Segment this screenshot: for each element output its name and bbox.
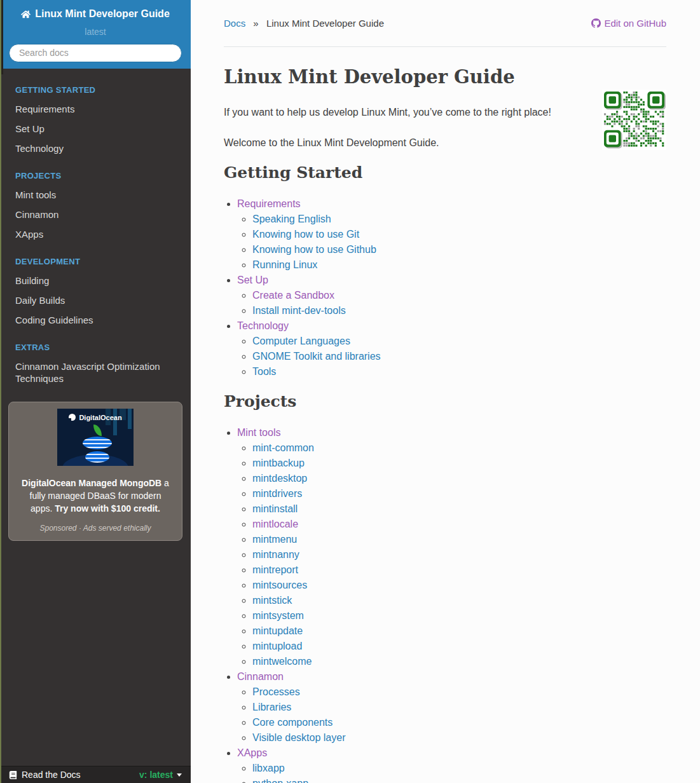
toc-link-knowing-how-to-use-github[interactable]: Knowing how to use Github xyxy=(252,244,376,255)
toc-link-mintsystem[interactable]: mintsystem xyxy=(252,610,304,621)
toc-link-create-a-sandbox[interactable]: Create a Sandbox xyxy=(252,290,334,301)
list-item: XAppslibxapppython-xapp xyxy=(237,746,666,783)
list-item: mintupload xyxy=(252,639,666,654)
breadcrumb: Docs » Linux Mint Developer Guide xyxy=(224,18,384,29)
list-item: Core components xyxy=(252,715,666,730)
toc-link-python-xapp[interactable]: python-xapp xyxy=(252,778,308,783)
breadcrumb-current: Linux Mint Developer Guide xyxy=(266,18,384,29)
sidebar-item-cinnamon[interactable]: Cinnamon xyxy=(0,205,191,224)
toc-link-knowing-how-to-use-git[interactable]: Knowing how to use Git xyxy=(252,229,359,240)
page-root: Linux Mint Developer Guide latest GETTIN… xyxy=(0,0,700,783)
breadcrumb-separator: » xyxy=(253,18,258,29)
list-item: Speaking English xyxy=(252,212,666,227)
ad-text-bold: Try now with $100 credit. xyxy=(55,503,160,514)
readthedocs-label: Read the Docs xyxy=(22,770,81,780)
nav-section-caption: DEVELOPMENT xyxy=(0,257,191,266)
toc-list: RequirementsSpeaking EnglishKnowing how … xyxy=(224,196,666,379)
toc-link-mint-common[interactable]: mint-common xyxy=(252,442,314,453)
ad-card[interactable]: DigitalOcean DigitalOcean Managed MongoD… xyxy=(8,402,182,541)
sidebar-item-set-up[interactable]: Set Up xyxy=(0,119,191,139)
toc-link-technology[interactable]: Technology xyxy=(237,320,289,331)
toc-link-processes[interactable]: Processes xyxy=(252,686,300,697)
list-item: mintstick xyxy=(252,593,666,608)
version-switcher-label: v: latest xyxy=(139,770,173,780)
toc-link-mintsources[interactable]: mintsources xyxy=(252,580,307,590)
toc-projects: Mint toolsmint-commonmintbackupmintdeskt… xyxy=(224,425,666,783)
edit-on-github-label: Edit on GitHub xyxy=(604,18,666,29)
sidebar: Linux Mint Developer Guide latest GETTIN… xyxy=(0,0,191,783)
toc-link-cinnamon[interactable]: Cinnamon xyxy=(237,671,284,682)
toc-link-mintinstall[interactable]: mintinstall xyxy=(252,503,298,514)
toc-link-speaking-english[interactable]: Speaking English xyxy=(252,214,331,224)
edit-on-github-link[interactable]: Edit on GitHub xyxy=(591,18,666,29)
list-item: Mint tools xyxy=(0,185,191,205)
readthedocs-link[interactable]: Read the Docs xyxy=(9,770,81,780)
toc-link-install-mint-dev-tools[interactable]: Install mint-dev-tools xyxy=(252,305,346,316)
toc-list: Speaking EnglishKnowing how to use GitKn… xyxy=(237,212,666,273)
toc-link-mintreport[interactable]: mintreport xyxy=(252,564,298,575)
toc-link-visible-desktop-layer[interactable]: Visible desktop layer xyxy=(252,732,345,743)
toc-link-mintdrivers[interactable]: mintdrivers xyxy=(252,488,302,499)
list-item: Daily Builds xyxy=(0,290,191,310)
list-item: GNOME Toolkit and libraries xyxy=(252,349,666,364)
list-item: mintdesktop xyxy=(252,471,666,486)
welcome-paragraph: Welcome to the Linux Mint Development Gu… xyxy=(224,135,666,151)
version-switcher[interactable]: v: latest xyxy=(139,770,182,780)
toc-link-libraries[interactable]: Libraries xyxy=(252,702,291,712)
sidebar-item-building[interactable]: Building xyxy=(0,271,191,290)
toc-link-mintmenu[interactable]: mintmenu xyxy=(252,534,297,545)
list-item: Knowing how to use Github xyxy=(252,242,666,257)
toc-link-mintbackup[interactable]: mintbackup xyxy=(252,458,305,468)
nav-section-caption: PROJECTS xyxy=(0,171,191,180)
toc-link-core-components[interactable]: Core components xyxy=(252,717,333,728)
toc-link-mintdesktop[interactable]: mintdesktop xyxy=(252,473,307,484)
list-item: Set Up xyxy=(0,119,191,139)
database-cylinder-illustration xyxy=(85,451,109,463)
toc-link-computer-languages[interactable]: Computer Languages xyxy=(252,336,350,346)
toc-link-xapps[interactable]: XApps xyxy=(237,747,267,758)
list-item: TechnologyComputer LanguagesGNOME Toolki… xyxy=(237,318,666,379)
database-cylinder-illustration xyxy=(83,437,112,449)
list-item: Create a Sandbox xyxy=(252,288,666,303)
list-item: Running Linux xyxy=(252,257,666,273)
nav-section-list: RequirementsSet UpTechnology xyxy=(0,99,191,158)
list-item: mintsystem xyxy=(252,608,666,623)
toc-link-requirements[interactable]: Requirements xyxy=(237,198,301,209)
toc-list: Mint toolsmint-commonmintbackupmintdeskt… xyxy=(224,425,666,783)
search-input[interactable] xyxy=(9,44,182,62)
toc-link-mintnanny[interactable]: mintnanny xyxy=(252,549,299,560)
breadcrumb-docs-link[interactable]: Docs xyxy=(224,18,245,29)
toc-link-mintlocale[interactable]: mintlocale xyxy=(252,519,298,529)
toc-link-running-linux[interactable]: Running Linux xyxy=(252,259,317,270)
toc-link-mint-tools[interactable]: Mint tools xyxy=(237,427,280,438)
list-item: mintdrivers xyxy=(252,486,666,501)
sidebar-item-technology[interactable]: Technology xyxy=(0,139,191,158)
sidebar-item-coding-guidelines[interactable]: Coding Guidelines xyxy=(0,310,191,330)
sidebar-item-xapps[interactable]: XApps xyxy=(0,224,191,244)
list-item: RequirementsSpeaking EnglishKnowing how … xyxy=(237,196,666,273)
sidebar-item-requirements[interactable]: Requirements xyxy=(0,99,191,119)
toc-link-mintwelcome[interactable]: mintwelcome xyxy=(252,656,312,667)
toc-link-gnome-toolkit-and-libraries[interactable]: GNOME Toolkit and libraries xyxy=(252,351,381,362)
toc-link-mintstick[interactable]: mintstick xyxy=(252,595,292,606)
list-item: python-xapp xyxy=(252,776,666,783)
ad-decoration xyxy=(113,409,117,435)
sidebar-item-daily-builds[interactable]: Daily Builds xyxy=(0,290,191,310)
toc-link-mintupload[interactable]: mintupload xyxy=(252,641,302,651)
list-item: Coding Guidelines xyxy=(0,310,191,330)
toc-link-tools[interactable]: Tools xyxy=(252,366,276,377)
toc-link-libxapp[interactable]: libxapp xyxy=(252,763,285,773)
breadcrumb-divider xyxy=(224,46,666,47)
list-item: mintwelcome xyxy=(252,654,666,669)
toc-link-mintupdate[interactable]: mintupdate xyxy=(252,625,303,636)
toc-link-set-up[interactable]: Set Up xyxy=(237,275,268,285)
sidebar-item-cinnamon-javascript-optimization-techniques[interactable]: Cinnamon Javascript Optimization Techniq… xyxy=(0,357,191,388)
list-item: Mint toolsmint-commonmintbackupmintdeskt… xyxy=(237,425,666,669)
project-home-link[interactable]: Linux Mint Developer Guide xyxy=(21,8,170,20)
ad-image[interactable]: DigitalOcean xyxy=(57,409,134,466)
sidebar-item-mint-tools[interactable]: Mint tools xyxy=(0,185,191,205)
sidebar-nav: GETTING STARTEDRequirementsSet UpTechnol… xyxy=(0,69,191,388)
project-title-label: Linux Mint Developer Guide xyxy=(35,8,170,20)
section-heading-getting-started: Getting Started xyxy=(224,163,666,182)
ad-text[interactable]: DigitalOcean Managed MongoDB a fully man… xyxy=(18,477,173,515)
